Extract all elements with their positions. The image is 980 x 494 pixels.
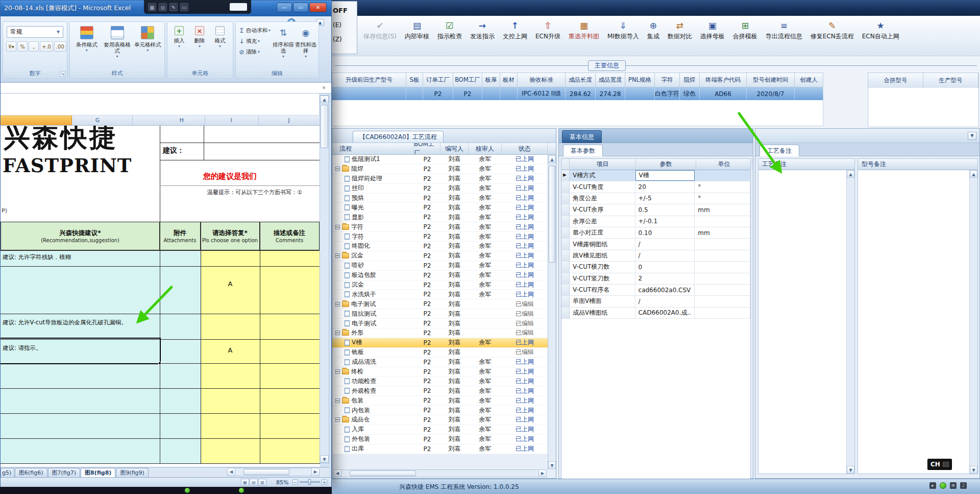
workflow-row[interactable]: 电子测试 P2 刘嘉 已编辑 <box>332 319 548 328</box>
ems-toolbar-button[interactable]: ✎ 修复ECN丢流程 <box>806 18 858 42</box>
ems-toolbar-button[interactable]: ▦ 重选开料图 <box>565 18 603 42</box>
normal-view-button[interactable]: ▦ <box>241 479 249 486</box>
comments-column[interactable] <box>260 250 320 463</box>
suggestion-header-cell[interactable]: 请选择答复* Pls choose one option <box>201 222 260 250</box>
workflow-row[interactable]: 曝光 P2 刘嘉 余军 已上网 <box>332 203 548 213</box>
workflow-row[interactable]: 功能检查 P2 刘嘉 余军 已上网 <box>332 377 548 386</box>
answer-cell-a2[interactable]: A <box>228 346 233 354</box>
basic-params-row[interactable]: 最小对正度 0.10 mm <box>561 227 750 239</box>
workflow-row[interactable]: 丝印 P2 刘嘉 余军 已上网 <box>332 184 548 194</box>
scroll-up-icon[interactable]: ▲ <box>548 155 556 163</box>
scrollbar-thumb[interactable] <box>243 469 289 475</box>
ems-toolbar-button[interactable]: ★ ECN自动上网 <box>858 18 903 42</box>
zoom-out-icon[interactable]: − <box>292 479 298 485</box>
workflow-row[interactable]: 电子测试 P2 刘嘉 已编辑 <box>332 299 548 309</box>
basic-params-row[interactable]: V-CUT角度 20 ° <box>561 181 750 193</box>
basic-params-row[interactable]: 成品V槽图纸 CAD66002A0.成.. <box>561 308 750 319</box>
tray-icon[interactable]: ≡ <box>950 482 957 489</box>
workflow-row[interactable]: 沉金 P2 刘嘉 余军 已上网 <box>332 251 548 261</box>
find-select-button[interactable]: ◉ 查找和选择 ▾ <box>295 23 317 69</box>
percent-format-button[interactable]: % <box>17 41 28 52</box>
ems-toolbar-button[interactable]: ▣ 选择母板 <box>696 18 729 42</box>
workflow-row[interactable]: 低阻测试1 P2 刘嘉 余军 已上网 <box>332 155 548 164</box>
column-header-g[interactable]: G <box>95 117 100 124</box>
suggestion-header-cell[interactable]: 附件 Attachments <box>160 222 201 250</box>
tray-icon[interactable]: ▸ <box>929 482 936 489</box>
workflow-row[interactable]: 喷砂 P2 刘嘉 余军 已上网 <box>332 261 548 271</box>
workflow-row[interactable]: 沉金 P2 刘嘉 余军 已上网 <box>332 280 548 290</box>
expander-icon[interactable] <box>335 417 340 422</box>
workflow-row[interactable]: 外包装 P2 刘嘉 余军 已上网 <box>332 435 548 444</box>
workflow-horizontal-scrollbar[interactable]: ◀ ▶ <box>333 469 547 477</box>
basic-params-row[interactable]: V-CUT余厚 0.5 mm <box>561 204 750 216</box>
sheet-horizontal-scrollbar[interactable]: ◀ ▶ <box>227 468 320 476</box>
tab-basic-info[interactable]: 基本信息 <box>562 130 602 143</box>
sort-filter-button[interactable]: ⇅ 排序和筛选 ▾ <box>272 23 295 69</box>
workflow-row[interactable]: 阻焊 P2 刘嘉 余军 已上网 <box>332 164 548 174</box>
basic-params-row[interactable]: V槽方式 V槽 <box>561 170 750 181</box>
clear-button[interactable]: ⊘ 清除 ▾ <box>237 46 272 57</box>
fill-handle[interactable] <box>158 362 161 365</box>
column-header-i[interactable]: I <box>230 117 232 124</box>
tab-basic-params[interactable]: 基本参数 <box>563 145 603 156</box>
basic-params-row[interactable]: 角度公差 +/-5 ° <box>561 193 750 204</box>
zoom-in-icon[interactable]: + <box>322 479 327 485</box>
formula-bar[interactable]: ✕ <box>1 82 331 93</box>
workflow-row[interactable]: 成品清洗 P2 刘嘉 余军 已上网 <box>332 358 548 367</box>
scroll-up-icon[interactable]: ▲ <box>970 170 977 178</box>
suggestion-cell-2[interactable]: 建议: 允许V-cut导致板边的金属化孔破孔漏铜。 <box>3 319 127 326</box>
workflow-row[interactable]: 包装 P2 刘嘉 余军 已上网 <box>332 396 548 406</box>
expander-icon[interactable] <box>335 369 340 374</box>
scroll-right-icon[interactable]: ▶ <box>538 470 546 477</box>
basic-params-row[interactable]: V-CUT横刀数 0 <box>561 262 750 273</box>
scroll-up-icon[interactable]: ▲ <box>847 170 854 178</box>
ems-toolbar-button[interactable]: ⇧ ECN升级 <box>531 18 565 42</box>
workflow-row[interactable]: 外形 P2 刘嘉 已编辑 <box>332 328 548 338</box>
taskbar-app-icon[interactable] <box>185 488 190 493</box>
workflow-row[interactable]: 阻焊前处理 P2 刘嘉 余军 已上网 <box>332 174 548 184</box>
speaker-icon[interactable]: ♪ <box>960 482 967 489</box>
tray-green-icon[interactable] <box>940 482 946 489</box>
ems-toolbar-button[interactable]: ⇄ 数据对比 <box>664 18 696 42</box>
column-header-h[interactable]: H <box>180 117 184 124</box>
scroll-left-icon[interactable]: ◀ <box>334 470 341 477</box>
ems-toolbar-button[interactable]: ▤ 内部审核 <box>401 18 433 42</box>
scrollbar-thumb[interactable] <box>549 166 555 263</box>
restore-button[interactable]: ▭ <box>293 3 308 12</box>
basic-params-row[interactable]: 跳V槽见图纸 / <box>561 250 750 262</box>
attachment-column[interactable] <box>160 250 201 463</box>
sheet-tab[interactable]: 图9(fig9) <box>116 468 149 477</box>
workflow-row[interactable]: V槽 P2 刘嘉 余军 已上网 <box>332 338 548 348</box>
comma-format-button[interactable]: , <box>29 41 39 52</box>
overlay-camera-icon[interactable]: ◎ <box>159 3 167 11</box>
basic-params-row[interactable]: 余厚公差 +/-0.1 <box>561 216 750 227</box>
partial-menu-item[interactable]: OFF <box>330 5 357 19</box>
workflow-row[interactable]: 字符 P2 刘嘉 余军 已上网 <box>332 222 548 232</box>
zoom-slider[interactable]: − + <box>292 479 327 485</box>
sheet-vertical-scrollbar[interactable]: ▲ ▼ <box>320 95 329 463</box>
workflow-row[interactable]: 终固化 P2 刘嘉 余军 已上网 <box>332 242 548 251</box>
workflow-row[interactable]: 字符 P2 刘嘉 余军 已上网 <box>332 232 548 242</box>
workflow-row[interactable]: 入库 P2 刘嘉 余军 已上网 <box>332 425 548 435</box>
scroll-down-icon[interactable]: ▼ <box>320 455 329 463</box>
scroll-up-icon[interactable]: ▲ <box>320 96 329 103</box>
tab-process-remarks[interactable]: 工艺备注 <box>760 145 799 156</box>
number-format-select[interactable]: 常规 ▾ <box>7 26 63 38</box>
decrease-decimal-button[interactable]: .00 <box>54 41 66 52</box>
workflow-row[interactable]: 铣板 P2 刘嘉 已编辑 <box>332 348 548 358</box>
ems-toolbar-button[interactable]: ⇓ MI数据导入 <box>603 18 643 42</box>
overlay-grid-icon[interactable]: ▦ <box>148 3 156 11</box>
main-info-selected-row[interactable]: P2P2IPC-6012 II级284.62274.28白色字符绿色AD6620… <box>332 87 823 100</box>
sheet-tab[interactable]: 图8(fig8) <box>81 468 115 477</box>
scroll-left-icon[interactable]: ◀ <box>228 468 235 476</box>
workflow-title-tab[interactable]: 【CAD66002A0】工艺流程 <box>353 131 444 143</box>
fill-button[interactable]: ↓ 填充 ▾ <box>237 36 272 46</box>
ems-toolbar-button[interactable]: ⊞ 合拼模板 <box>729 18 762 42</box>
ems-toolbar-button[interactable]: ☑ 指示检查 <box>433 18 466 42</box>
sheet-tab[interactable]: 图7(fig7) <box>48 468 81 477</box>
partial-menu-item[interactable]: (E) <box>330 19 357 34</box>
scroll-down-icon[interactable]: ▼ <box>847 466 854 474</box>
expander-icon[interactable] <box>335 225 340 229</box>
scrollbar-thumb[interactable] <box>321 105 328 148</box>
overlay-window-icon[interactable]: ▭ <box>180 3 188 11</box>
